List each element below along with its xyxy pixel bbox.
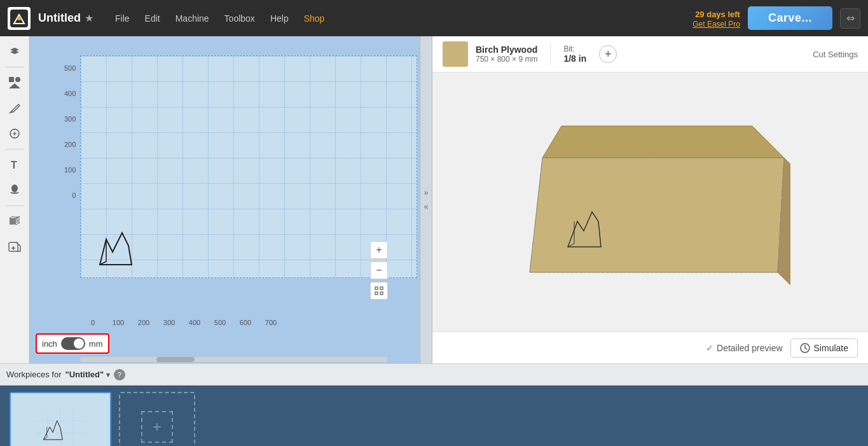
title-area: Untitled ★ bbox=[38, 11, 93, 25]
material-dims: 750 × 800 × 9 mm bbox=[476, 55, 537, 64]
scroll-thumb[interactable] bbox=[156, 357, 195, 362]
zoom-in-button[interactable]: + bbox=[370, 241, 388, 259]
workpieces-title[interactable]: "Untitled" ▾ bbox=[65, 370, 109, 379]
collapse-arrow-left: « bbox=[424, 202, 429, 211]
days-left-count: 29 days left bbox=[695, 10, 740, 19]
topbar: Untitled ★ File Edit Machine Toolbox Hel… bbox=[0, 0, 868, 36]
nav-edit[interactable]: Edit bbox=[139, 10, 167, 27]
main-area: T 500 400 300 200 100 0 bbox=[0, 36, 868, 363]
favorite-icon[interactable]: ★ bbox=[85, 12, 93, 24]
svg-rect-17 bbox=[380, 287, 383, 289]
toolbar-divider-3 bbox=[5, 206, 24, 206]
board-3d-svg bbox=[511, 107, 790, 298]
simulate-label: Simulate bbox=[814, 343, 848, 353]
svg-text:T: T bbox=[11, 160, 17, 171]
nav-file[interactable]: File bbox=[109, 10, 136, 27]
add-bit-button[interactable]: + bbox=[599, 45, 617, 63]
document-title: Untitled bbox=[38, 11, 81, 25]
bit-info: Bit: 1/8 in bbox=[563, 45, 586, 64]
toolbar-collapse-btn[interactable] bbox=[3, 40, 26, 63]
detailed-preview-button[interactable]: ✓ Detailed preview bbox=[706, 343, 783, 353]
help-button[interactable]: ? bbox=[114, 369, 125, 380]
y-axis: 500 400 300 200 100 0 bbox=[64, 55, 76, 208]
fit-screen-button[interactable] bbox=[370, 282, 388, 300]
workpiece-preview-svg bbox=[35, 401, 86, 446]
nav-help[interactable]: Help bbox=[264, 10, 295, 27]
workpieces-dropdown-arrow: ▾ bbox=[106, 371, 110, 379]
add-workpiece-button[interactable]: + bbox=[119, 392, 195, 446]
workpieces-bar: Workpieces for "Untitled" ▾ ? bbox=[0, 363, 868, 386]
inch-label: inch bbox=[42, 339, 57, 349]
unit-toggle-switch[interactable] bbox=[61, 337, 85, 350]
left-toolbar: T bbox=[0, 36, 29, 363]
nav-toolbox[interactable]: Toolbox bbox=[218, 10, 261, 27]
logo bbox=[8, 7, 31, 30]
svg-rect-18 bbox=[375, 292, 378, 295]
toggle-knob bbox=[74, 338, 84, 349]
right-panel: Birch Plywood 750 × 800 × 9 mm Bit: 1/8 … bbox=[432, 36, 868, 363]
svg-rect-16 bbox=[375, 287, 378, 289]
unit-toggle: inch mm bbox=[36, 333, 109, 354]
simulate-button[interactable]: Simulate bbox=[790, 338, 858, 358]
3d-preview-area bbox=[432, 73, 868, 331]
svg-line-12 bbox=[10, 216, 13, 218]
main-nav: File Edit Machine Toolbox Help Shop bbox=[109, 10, 331, 27]
canvas-area[interactable]: 500 400 300 200 100 0 0 100 200 300 400 … bbox=[29, 36, 420, 363]
bit-label: Bit: bbox=[563, 45, 586, 53]
bit-value: 1/8 in bbox=[563, 53, 586, 64]
expand-icon: ⇔ bbox=[846, 12, 855, 24]
x-axis: 0 100 200 300 400 500 600 700 bbox=[80, 319, 284, 326]
material-name: Birch Plywood bbox=[476, 45, 537, 55]
svg-rect-19 bbox=[380, 292, 383, 295]
preview-footer: ✓ Detailed preview Simulate bbox=[432, 331, 868, 363]
workpieces-area: + bbox=[0, 386, 868, 446]
add-workpiece-icon: + bbox=[141, 411, 173, 443]
mm-label: mm bbox=[89, 339, 103, 349]
material-info: Birch Plywood 750 × 800 × 9 mm bbox=[476, 45, 537, 64]
workpieces-title-text: "Untitled" bbox=[65, 370, 104, 379]
days-left-info: 29 days left Get Easel Pro bbox=[692, 8, 740, 29]
svg-rect-2 bbox=[9, 77, 14, 82]
detailed-preview-label: Detailed preview bbox=[717, 343, 783, 353]
svg-marker-20 bbox=[542, 126, 784, 158]
canvas-zoom-controls: + − bbox=[370, 241, 388, 300]
svg-point-1 bbox=[17, 17, 21, 20]
material-swatch bbox=[443, 41, 468, 67]
topbar-right: 29 days left Get Easel Pro Carve... ⇔ bbox=[692, 6, 860, 30]
carve-button[interactable]: Carve... bbox=[748, 6, 832, 30]
canvas-scrollbar[interactable] bbox=[80, 356, 388, 363]
canvas-grid bbox=[80, 55, 417, 278]
help-icon-label: ? bbox=[118, 371, 121, 379]
svg-line-14 bbox=[16, 223, 20, 225]
get-easel-link[interactable]: Get Easel Pro bbox=[692, 20, 740, 29]
toolbar-import2-btn[interactable] bbox=[3, 235, 26, 258]
toolbar-divider-2 bbox=[5, 149, 24, 150]
board-container bbox=[511, 107, 790, 298]
zoom-out-button[interactable]: − bbox=[370, 261, 388, 279]
nav-machine[interactable]: Machine bbox=[169, 10, 216, 27]
toolbar-shapes-btn[interactable] bbox=[3, 71, 26, 94]
toolbar-divider-1 bbox=[5, 67, 24, 67]
check-icon: ✓ bbox=[706, 343, 713, 353]
scroll-track bbox=[80, 357, 388, 362]
toolbar-pen-btn[interactable] bbox=[3, 97, 26, 120]
canvas-shape-svg bbox=[93, 220, 144, 271]
svg-point-3 bbox=[15, 77, 20, 82]
clock-icon bbox=[800, 343, 810, 353]
toolbar-text-btn[interactable]: T bbox=[3, 153, 26, 176]
toolbar-import-btn[interactable] bbox=[3, 179, 26, 202]
collapse-arrow-right: » bbox=[424, 188, 429, 197]
toolbar-3d-btn[interactable] bbox=[3, 210, 26, 233]
workpieces-label: Workpieces for bbox=[6, 370, 61, 379]
svg-rect-11 bbox=[13, 216, 20, 223]
material-bar: Birch Plywood 750 × 800 × 9 mm Bit: 1/8 … bbox=[432, 36, 868, 73]
toolbar-circle-btn[interactable] bbox=[3, 122, 26, 145]
material-separator bbox=[550, 43, 551, 66]
expand-button[interactable]: ⇔ bbox=[840, 8, 860, 29]
svg-marker-21 bbox=[530, 158, 784, 272]
svg-point-9 bbox=[11, 185, 18, 192]
workpiece-item-1[interactable] bbox=[10, 392, 111, 446]
nav-shop[interactable]: Shop bbox=[298, 10, 331, 27]
panel-collapse-left[interactable]: » « bbox=[420, 36, 432, 363]
cut-settings-button[interactable]: Cut Settings bbox=[813, 50, 858, 59]
